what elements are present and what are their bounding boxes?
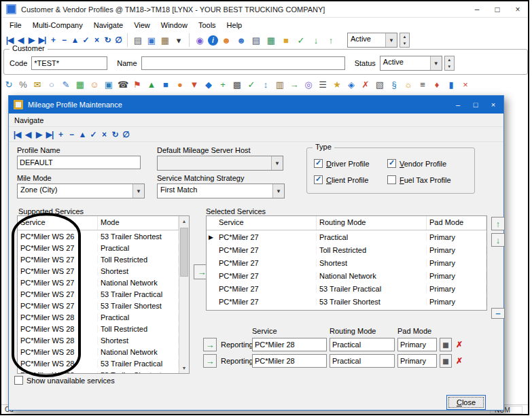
checkbox-box[interactable] — [314, 175, 323, 184]
reporting2-clear-button[interactable]: ✗ — [453, 354, 465, 368]
toolbar-icon[interactable]: ☼ — [403, 80, 414, 90]
toolbar-icon[interactable]: ♦ — [431, 80, 442, 90]
menu-item-navigate[interactable]: Navigate — [14, 116, 43, 124]
menu-item[interactable]: Window — [156, 21, 193, 29]
show-unavailable-checkbox[interactable]: Show unavailable services — [14, 376, 115, 385]
refresh-icon[interactable]: ↻ — [102, 35, 113, 45]
toolbar-icon[interactable]: ◎ — [303, 80, 314, 90]
table-row[interactable]: PC*Miler 27National NetworkPrimary — [207, 269, 486, 282]
info-icon[interactable]: i — [208, 35, 218, 46]
refresh-icon[interactable]: ↻ — [109, 130, 120, 139]
toolbar-icon[interactable]: ☎ — [118, 80, 128, 90]
reporting2-assign-button[interactable]: → — [203, 354, 217, 368]
table-row[interactable]: PC*Miler 2753 Trailer PracticalPrimary — [207, 282, 486, 295]
toolbar-icon[interactable]: ◈ — [346, 80, 357, 90]
status-dropdown[interactable]: Active ▼ — [380, 56, 442, 71]
reporting1-lookup-button[interactable]: ▦ — [440, 338, 452, 351]
move-up-button[interactable]: ↑ — [491, 217, 505, 230]
table-row[interactable]: PC*Miler WS 2853 Trailer Shortest — [18, 369, 179, 374]
reporting2-service-field[interactable] — [252, 354, 327, 368]
matching-strategy-dropdown[interactable]: First Match ▼ — [157, 184, 285, 198]
toolbar-icon[interactable]: ↕ — [260, 80, 271, 90]
table-row[interactable]: ▶PC*Miler 27PracticalPrimary — [207, 230, 486, 243]
spinner-down-icon[interactable]: ▼ — [400, 40, 409, 47]
server-host-dropdown[interactable]: ▼ — [157, 156, 283, 171]
status-spinner[interactable]: ▲▼ — [444, 56, 455, 71]
delete-record-icon[interactable]: − — [66, 130, 77, 139]
toolbar-icon[interactable]: → — [289, 80, 300, 90]
close-button[interactable]: Close — [446, 395, 486, 410]
toolbar-icon[interactable]: ▧ — [374, 80, 385, 90]
dialog-close-icon[interactable]: × — [484, 98, 502, 111]
toolbar-icon[interactable]: ▮ — [446, 80, 457, 90]
prior-record-icon[interactable]: ◀ — [15, 35, 26, 45]
name-field[interactable] — [141, 56, 345, 70]
menu-item[interactable]: File — [4, 21, 27, 29]
table-row[interactable]: PC*Miler WS 28Toll Restricted — [18, 323, 179, 334]
toolbar-icon[interactable]: ☰ — [317, 80, 328, 90]
toolbar-icon[interactable]: × — [460, 80, 471, 90]
column-header-routing-mode[interactable]: Routing Mode — [317, 216, 427, 230]
profile-name-field[interactable] — [17, 156, 141, 169]
checkbox-box[interactable] — [14, 376, 23, 385]
client-profile-checkbox[interactable]: Client Profile — [314, 175, 368, 184]
spinner-up-icon[interactable]: ▲ — [445, 56, 454, 63]
reporting2-pad-field[interactable] — [397, 354, 437, 368]
toolbar-icon[interactable]: ▦ — [75, 80, 86, 90]
record-spinner[interactable]: ▲▼ — [400, 33, 410, 48]
edit-record-icon[interactable]: ▲ — [77, 130, 88, 139]
checkbox-box[interactable] — [387, 175, 396, 184]
table-row[interactable]: PC*Miler WS 2753 Trailer Practical — [18, 288, 179, 300]
toolbar-icon[interactable]: ▥ — [274, 80, 285, 90]
spinner-up-icon[interactable]: ▲ — [400, 33, 409, 40]
vertical-scrollbar[interactable]: ▲ ▼ — [179, 216, 189, 373]
reporting1-clear-button[interactable]: ✗ — [453, 338, 465, 351]
toolbar-icon[interactable]: ■ — [160, 80, 171, 90]
dialog-maximize-icon[interactable]: □ — [467, 98, 484, 111]
scrollbar-thumb[interactable] — [180, 228, 188, 277]
table-row[interactable]: PC*Miler WS 2653 Trailer Shortest — [18, 230, 179, 242]
reporting1-assign-button[interactable]: → — [203, 338, 217, 351]
table-row[interactable]: PC*Miler WS 28Shortest — [18, 334, 179, 346]
reporting1-routing-field[interactable] — [330, 338, 395, 351]
toolbar-icon[interactable]: ☺ — [89, 80, 100, 90]
reporting1-service-field[interactable] — [252, 338, 327, 351]
dropdown-arrow-icon[interactable]: ▾ — [172, 35, 185, 46]
toolbar-icon[interactable]: § — [389, 80, 400, 90]
chevron-down-icon[interactable]: ▼ — [271, 156, 283, 170]
prior-record-icon[interactable]: ◀ — [22, 130, 33, 139]
reporting2-lookup-button[interactable]: ▦ — [440, 354, 452, 368]
menu-item[interactable]: View — [128, 21, 156, 29]
user-icon[interactable]: ☻ — [234, 35, 248, 46]
dialog-minimize-icon[interactable]: – — [449, 98, 467, 111]
toolbar-icon[interactable]: ✗ — [360, 80, 371, 90]
view-filter-icon[interactable]: ∅ — [113, 35, 124, 45]
copy-icon[interactable]: ▣ — [145, 35, 158, 46]
table-row[interactable]: PC*Miler WS 27National Network — [18, 277, 179, 288]
code-field[interactable] — [31, 56, 107, 70]
table-row[interactable]: PC*Miler 27ShortestPrimary — [207, 256, 486, 269]
last-record-icon[interactable]: ▶| — [44, 130, 55, 139]
edit-record-icon[interactable]: ▲ — [69, 35, 80, 45]
toolbar-icon[interactable]: + — [217, 80, 228, 90]
minimize-icon[interactable]: – — [467, 2, 487, 17]
toolbar-icon[interactable]: ▩ — [232, 80, 243, 90]
toolbar-icon[interactable]: ● — [175, 80, 185, 90]
first-record-icon[interactable]: |◀ — [4, 35, 15, 45]
record-filter-dropdown[interactable]: Active ▼ — [347, 33, 397, 48]
chart-icon[interactable]: ▦ — [264, 35, 278, 46]
print-preview-icon[interactable]: ▤ — [249, 35, 263, 46]
insert-record-icon[interactable]: + — [55, 130, 66, 139]
toolbar-icon[interactable]: ★ — [332, 80, 342, 90]
toolbar-icon[interactable]: ✉ — [32, 80, 43, 90]
folder-icon[interactable]: ■ — [279, 35, 293, 46]
export-icon[interactable]: ↑ — [324, 35, 338, 46]
move-down-button[interactable]: ↓ — [491, 233, 505, 247]
toolbar-icon[interactable]: ✓ — [246, 80, 257, 90]
toolbar-icon[interactable]: ▣ — [103, 80, 114, 90]
chevron-down-icon[interactable]: ▼ — [132, 184, 144, 198]
mile-mode-dropdown[interactable]: Zone (City) ▼ — [17, 184, 145, 198]
menu-item[interactable]: Tools — [193, 21, 221, 29]
chevron-down-icon[interactable]: ▼ — [272, 184, 284, 198]
maximize-icon[interactable]: □ — [487, 2, 508, 17]
